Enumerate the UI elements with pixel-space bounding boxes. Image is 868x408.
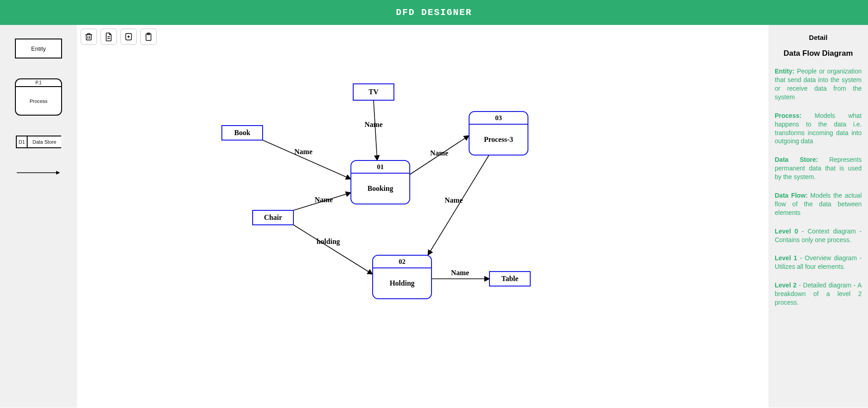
- detail-entry-key: Level 1: [775, 254, 797, 262]
- svg-line-6: [263, 140, 351, 179]
- detail-entry-key: Entity:: [775, 68, 795, 75]
- detail-entry-key: Level 0: [775, 228, 798, 235]
- trash-icon: [84, 32, 94, 42]
- svg-line-5: [374, 100, 377, 160]
- palette-process-label: Process: [29, 98, 48, 104]
- flow-label: Name: [451, 269, 469, 277]
- document-icon: [104, 32, 114, 42]
- app-header: DFD DESIGNER: [0, 0, 868, 25]
- svg-rect-1: [86, 34, 91, 40]
- palette-process-id: P.1: [16, 79, 61, 87]
- detail-panel: Detail Data Flow Diagram Entity: People …: [768, 25, 868, 408]
- svg-line-10: [428, 155, 489, 255]
- detail-entry-key: Data Store:: [775, 156, 818, 163]
- entity-node[interactable]: Chair: [253, 210, 293, 225]
- entity-label: Table: [501, 275, 518, 282]
- detail-title: Data Flow Diagram: [775, 49, 862, 59]
- add-page-button[interactable]: [120, 29, 137, 45]
- detail-entry: Entity: People or organization that send…: [775, 67, 862, 102]
- detail-entry: Data Flow: Models the actual flow of the…: [775, 191, 862, 217]
- detail-entry-key: Level 2: [775, 282, 796, 289]
- palette-dataflow[interactable]: [16, 168, 61, 177]
- process-node[interactable]: 02Holding: [373, 255, 432, 299]
- canvas[interactable]: NameNameNameholdingNameNameName TVBookCh…: [77, 25, 768, 408]
- data-flow[interactable]: Name: [432, 269, 489, 279]
- add-page-icon: [124, 32, 134, 42]
- entity-node[interactable]: Book: [222, 126, 263, 140]
- detail-entry: Level 2 - Detailed diagram - A breakdown…: [775, 281, 862, 307]
- app-title: DFD DESIGNER: [396, 7, 472, 18]
- dfd-canvas-svg[interactable]: NameNameNameholdingNameNameName TVBookCh…: [77, 25, 768, 408]
- detail-entry: Process: Models what happens to the data…: [775, 112, 862, 146]
- palette-entity-label: Entity: [31, 45, 46, 52]
- detail-entry-key: Data Flow:: [775, 192, 808, 199]
- entity-node[interactable]: TV: [353, 84, 394, 100]
- data-flow[interactable]: Name: [410, 136, 469, 175]
- palette-datastore-label: Data Store: [28, 136, 61, 147]
- palette-entity[interactable]: Entity: [15, 39, 62, 58]
- data-flow[interactable]: Name: [364, 100, 383, 160]
- process-node[interactable]: 03Process-3: [469, 112, 528, 155]
- shape-palette: Entity P.1 Process D1 Data Store: [0, 25, 77, 408]
- flow-label: holding: [317, 238, 340, 246]
- process-node[interactable]: 01Booking: [351, 160, 410, 204]
- data-flow[interactable]: Name: [263, 140, 351, 179]
- detail-entry: Level 0 - Context diagram - Contains onl…: [775, 227, 862, 244]
- process-number: 03: [495, 114, 502, 121]
- data-flow[interactable]: holding: [293, 225, 373, 274]
- flow-label: Name: [430, 149, 448, 157]
- detail-entry: Level 1 - Overview diagram - Utilizes al…: [775, 254, 862, 271]
- document-button[interactable]: [101, 29, 117, 45]
- entity-label: TV: [369, 88, 379, 96]
- process-number: 02: [399, 258, 406, 265]
- clipboard-icon: [144, 32, 153, 42]
- data-flow[interactable]: Name: [293, 193, 351, 210]
- detail-heading: Detail: [775, 33, 862, 42]
- process-label: Booking: [368, 185, 393, 193]
- detail-entry-key: Process:: [775, 112, 801, 119]
- palette-datastore-id: D1: [16, 136, 28, 147]
- flow-label: Name: [445, 196, 463, 204]
- data-flow[interactable]: Name: [428, 155, 489, 255]
- delete-button[interactable]: [81, 29, 97, 45]
- flow-label: Name: [315, 196, 333, 204]
- detail-entry: Data Store: Represents permanent data th…: [775, 155, 862, 181]
- main-frame: Entity P.1 Process D1 Data Store: [0, 25, 868, 408]
- process-label: Process-3: [484, 136, 513, 143]
- flow-label: Name: [294, 148, 312, 155]
- canvas-toolbar: [81, 29, 157, 45]
- process-number: 01: [377, 163, 384, 170]
- entity-label: Chair: [264, 214, 282, 221]
- palette-process[interactable]: P.1 Process: [15, 78, 62, 116]
- svg-line-8: [293, 225, 373, 274]
- process-label: Holding: [389, 279, 414, 287]
- entity-node[interactable]: Table: [489, 272, 530, 286]
- palette-datastore[interactable]: D1 Data Store: [16, 136, 61, 148]
- entity-label: Book: [234, 129, 250, 136]
- clipboard-button[interactable]: [140, 29, 157, 45]
- arrow-icon: [16, 168, 61, 177]
- flow-label: Name: [364, 121, 383, 128]
